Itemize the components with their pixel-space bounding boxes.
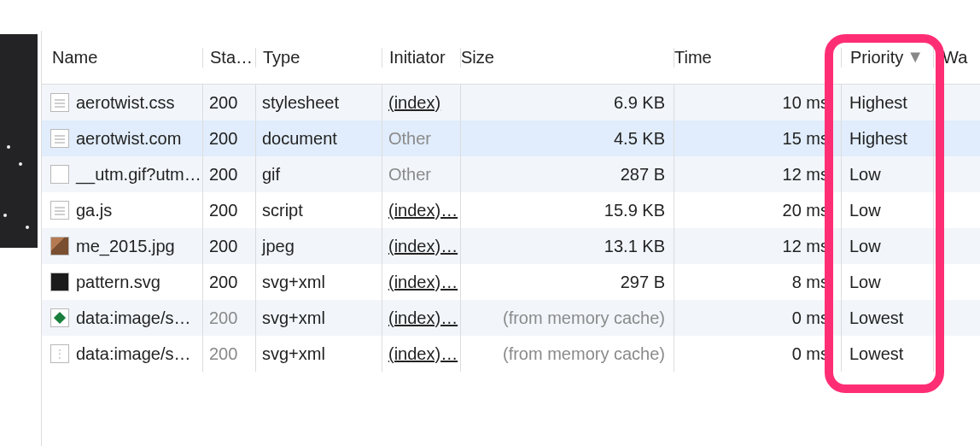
initiator-label: Other	[388, 165, 431, 184]
table-row[interactable]: ga.js200script(index)…15.9 KB20 msLow	[42, 192, 980, 228]
cell-initiator: Other	[382, 165, 460, 185]
cell-initiator[interactable]: (index)	[382, 93, 460, 113]
cell-status: 200	[202, 308, 255, 328]
cell-time: 0 ms	[674, 308, 841, 328]
file-name-label: aerotwist.com	[76, 129, 181, 149]
cell-name: data:image/s…	[42, 308, 202, 328]
cell-type: svg+xml	[255, 308, 382, 328]
cell-name: __utm.gif?utm…	[42, 165, 202, 185]
column-header-priority[interactable]: Priority▼	[841, 48, 933, 67]
table-row[interactable]: __utm.gif?utm…200gifOther287 B12 msLow	[42, 156, 980, 192]
cell-size: 6.9 KB	[460, 93, 674, 113]
cell-initiator[interactable]: (index)…	[382, 273, 460, 292]
initiator-label: Other	[388, 129, 431, 148]
cell-priority: Lowest	[841, 308, 933, 328]
cell-priority: Low	[841, 165, 933, 185]
file-name-label: aerotwist.css	[76, 93, 175, 113]
cell-type: script	[255, 201, 382, 220]
column-header-size[interactable]: Size	[460, 48, 674, 67]
table-row[interactable]: aerotwist.com200documentOther4.5 KB15 ms…	[42, 120, 980, 156]
file-type-icon	[50, 308, 69, 327]
sort-descending-icon: ▼	[907, 48, 924, 67]
cell-initiator[interactable]: (index)…	[382, 344, 460, 364]
cell-time: 20 ms	[674, 201, 841, 220]
cell-priority: Highest	[841, 93, 933, 113]
cell-status: 200	[202, 237, 255, 256]
cell-name: me_2015.jpg	[42, 237, 202, 256]
cell-time: 10 ms	[674, 93, 841, 113]
file-name-label: __utm.gif?utm…	[76, 165, 201, 185]
cell-type: svg+xml	[255, 344, 382, 364]
page-thumbnail-strip	[0, 34, 38, 248]
cell-status: 200	[202, 344, 255, 364]
cell-initiator[interactable]: (index)…	[382, 308, 460, 328]
initiator-link[interactable]: (index)…	[388, 201, 458, 220]
cell-type: stylesheet	[255, 93, 382, 113]
cell-priority: Low	[841, 273, 933, 292]
initiator-link[interactable]: (index)…	[388, 273, 458, 291]
file-name-label: data:image/s…	[76, 344, 191, 364]
table-row[interactable]: data:image/s…200svg+xml(index)…(from mem…	[42, 300, 980, 336]
file-name-label: me_2015.jpg	[76, 237, 175, 256]
cell-time: 0 ms	[674, 344, 841, 364]
cell-status: 200	[202, 129, 255, 149]
cell-name: aerotwist.css	[42, 93, 202, 113]
cell-status: 200	[202, 93, 255, 113]
initiator-link[interactable]: (index)	[388, 93, 440, 112]
cell-time: 15 ms	[674, 129, 841, 149]
file-name-label: pattern.svg	[76, 273, 160, 292]
cell-type: gif	[255, 165, 382, 185]
column-header-initiator[interactable]: Initiator	[382, 48, 460, 67]
cell-size: 297 B	[460, 273, 674, 292]
initiator-link[interactable]: (index)…	[388, 344, 458, 363]
file-type-icon	[50, 165, 69, 184]
column-header-status[interactable]: Sta…	[202, 48, 255, 67]
file-name-label: ga.js	[76, 201, 112, 220]
file-type-icon	[50, 344, 69, 363]
cell-priority: Highest	[841, 129, 933, 149]
table-row[interactable]: data:image/s…200svg+xml(index)…(from mem…	[42, 336, 980, 372]
cell-initiator[interactable]: (index)…	[382, 237, 460, 256]
initiator-link[interactable]: (index)…	[388, 237, 458, 255]
column-header-time[interactable]: Time	[674, 48, 841, 67]
cell-time: 12 ms	[674, 165, 841, 185]
table-row[interactable]: pattern.svg200svg+xml(index)…297 B8 msLo…	[42, 264, 980, 300]
cell-name: data:image/s…	[42, 344, 202, 364]
cell-time: 12 ms	[674, 237, 841, 256]
cell-type: svg+xml	[255, 273, 382, 292]
column-header-name[interactable]: Name	[42, 48, 202, 67]
column-header-type[interactable]: Type	[255, 48, 382, 67]
file-type-icon	[50, 237, 69, 255]
cell-type: document	[255, 129, 382, 149]
file-type-icon	[50, 129, 69, 148]
cell-name: ga.js	[42, 201, 202, 220]
file-type-icon	[50, 273, 69, 291]
cell-type: jpeg	[255, 237, 382, 256]
table-body: aerotwist.css200stylesheet(index)6.9 KB1…	[42, 84, 980, 372]
cell-time: 8 ms	[674, 273, 841, 292]
cell-initiator[interactable]: (index)…	[382, 201, 460, 220]
cell-priority: Lowest	[841, 344, 933, 364]
cell-status: 200	[202, 165, 255, 185]
cell-initiator: Other	[382, 129, 460, 149]
cell-priority: Low	[841, 201, 933, 220]
cell-size: (from memory cache)	[460, 308, 674, 328]
cell-priority: Low	[841, 237, 933, 256]
cell-size: 4.5 KB	[460, 129, 674, 149]
column-header-waterfall[interactable]: Wa	[933, 48, 980, 67]
table-row[interactable]: me_2015.jpg200jpeg(index)…13.1 KB12 msLo…	[42, 228, 980, 264]
cell-size: 15.9 KB	[460, 201, 674, 220]
column-header-priority-label: Priority	[850, 48, 903, 67]
cell-name: pattern.svg	[42, 273, 202, 292]
initiator-link[interactable]: (index)…	[388, 308, 458, 327]
table-header-row: Name Sta… Type Initiator Size Time Prior…	[42, 31, 980, 84]
cell-name: aerotwist.com	[42, 129, 202, 149]
table-row[interactable]: aerotwist.css200stylesheet(index)6.9 KB1…	[42, 85, 980, 120]
file-name-label: data:image/s…	[76, 308, 191, 328]
file-type-icon	[50, 201, 69, 220]
cell-size: 13.1 KB	[460, 237, 674, 256]
network-table-panel: Name Sta… Type Initiator Size Time Prior…	[41, 31, 980, 446]
file-type-icon	[50, 93, 69, 112]
cell-size: 287 B	[460, 165, 674, 185]
cell-status: 200	[202, 273, 255, 292]
